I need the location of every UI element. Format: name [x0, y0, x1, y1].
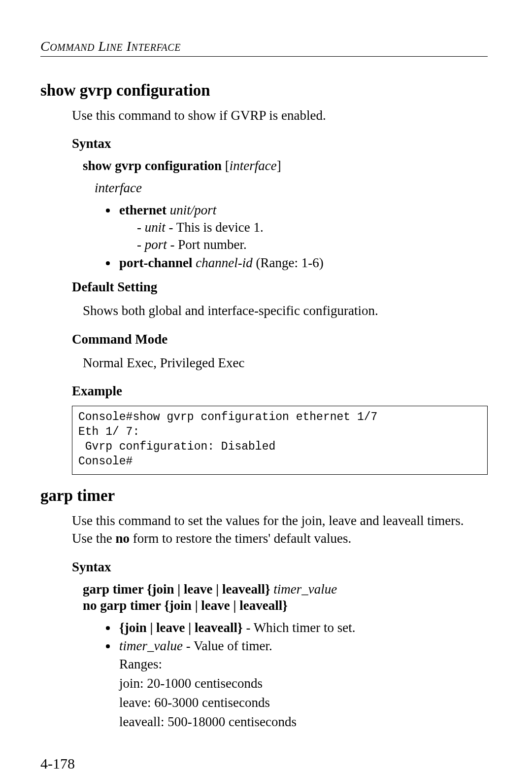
- intro-no-bold: no: [115, 531, 130, 546]
- section-title-show-gvrp: show gvrp configuration: [40, 81, 488, 100]
- range-leaveall: leaveall: 500-18000 centiseconds: [119, 712, 488, 732]
- syntax-line-1: garp timer {join | leave | leaveall} tim…: [83, 582, 488, 597]
- syntax-heading: Syntax: [72, 136, 488, 151]
- unit-ital: unit: [145, 220, 166, 235]
- page-number: 4-178: [40, 755, 488, 772]
- unit-desc: - This is device 1.: [166, 220, 264, 235]
- default-setting-heading: Default Setting: [72, 280, 488, 295]
- command-mode-text: Normal Exec, Privileged Exec: [83, 354, 488, 372]
- bullet-timer-value: timer_value - Value of timer. Ranges: jo…: [117, 638, 488, 732]
- section-body: Use this command to show if GVRP is enab…: [72, 106, 488, 475]
- no-garp-timer-cmd: no garp timer {join | leave | leaveall}: [83, 598, 288, 613]
- syntax-heading: Syntax: [72, 560, 488, 575]
- garp-timer-value: timer_value: [270, 582, 337, 597]
- example-code-block: Console#show gvrp configuration ethernet…: [72, 406, 488, 475]
- param-interface-label: interface: [95, 180, 488, 196]
- port-desc: - Port number.: [167, 237, 247, 252]
- bullet-port-channel: port-channel channel-id (Range: 1-6): [117, 255, 488, 271]
- running-header: Command Line Interface: [40, 38, 488, 54]
- port-channel-range: (Range: 1-6): [253, 255, 324, 270]
- port-channel-arg: channel-id: [193, 255, 253, 270]
- port-ital: port: [145, 237, 167, 252]
- dash-unit: unit - This is device 1.: [137, 220, 488, 235]
- section-body: Use this command to set the values for t…: [72, 512, 488, 732]
- range-leave: leave: 60-3000 centiseconds: [119, 693, 488, 712]
- intro-post: form to restore the timers' default valu…: [130, 531, 351, 546]
- port-channel-keyword: port-channel: [119, 255, 193, 270]
- default-setting-text: Shows both global and interface-specific…: [83, 302, 488, 319]
- page: Command Line Interface show gvrp configu…: [0, 0, 532, 774]
- intro-paragraph: Use this command to show if GVRP is enab…: [72, 106, 488, 124]
- syntax-line-2: no garp timer {join | leave | leaveall}: [83, 598, 488, 613]
- timer-value-ital: timer_value: [119, 638, 183, 653]
- syntax-cmd-bold: show gvrp configuration: [83, 158, 222, 173]
- garp-timer-cmd: garp timer: [83, 582, 143, 597]
- syntax-bracket-open: [: [222, 158, 230, 173]
- intro-paragraph: Use this command to set the values for t…: [72, 512, 488, 548]
- bullet-ethernet: ethernet unit/port unit - This is device…: [117, 203, 488, 252]
- syntax-block: show gvrp configuration [interface] inte…: [83, 158, 488, 271]
- param-bullet-list: ethernet unit/port unit - This is device…: [83, 203, 488, 271]
- ethernet-sublist: unit - This is device 1. port - Port num…: [119, 220, 488, 252]
- which-timer-bold: {join | leave | leaveall}: [119, 620, 243, 635]
- syntax-bracket-close: ]: [277, 158, 281, 173]
- syntax-param: interface: [230, 158, 277, 173]
- which-timer-desc: - Which timer to set.: [243, 620, 356, 635]
- ranges-block: Ranges: join: 20-1000 centiseconds leave…: [119, 655, 488, 732]
- example-heading: Example: [72, 384, 488, 399]
- range-join: join: 20-1000 centiseconds: [119, 674, 488, 693]
- garp-timer-options: {join | leave | leaveall}: [143, 582, 270, 597]
- bullet-which-timer: {join | leave | leaveall} - Which timer …: [117, 620, 488, 635]
- command-mode-heading: Command Mode: [72, 332, 488, 347]
- ethernet-keyword: ethernet: [119, 203, 166, 217]
- header-rule: [40, 56, 488, 57]
- syntax-block: garp timer {join | leave | leaveall} tim…: [83, 582, 488, 732]
- timer-value-desc: - Value of timer.: [183, 638, 272, 653]
- garp-bullet-list: {join | leave | leaveall} - Which timer …: [83, 620, 488, 732]
- syntax-command: show gvrp configuration [interface]: [83, 158, 488, 174]
- ethernet-args: unit/port: [166, 203, 216, 217]
- dash-port: port - Port number.: [137, 237, 488, 252]
- ranges-label: Ranges:: [119, 655, 488, 674]
- section-title-garp-timer: garp timer: [40, 487, 488, 505]
